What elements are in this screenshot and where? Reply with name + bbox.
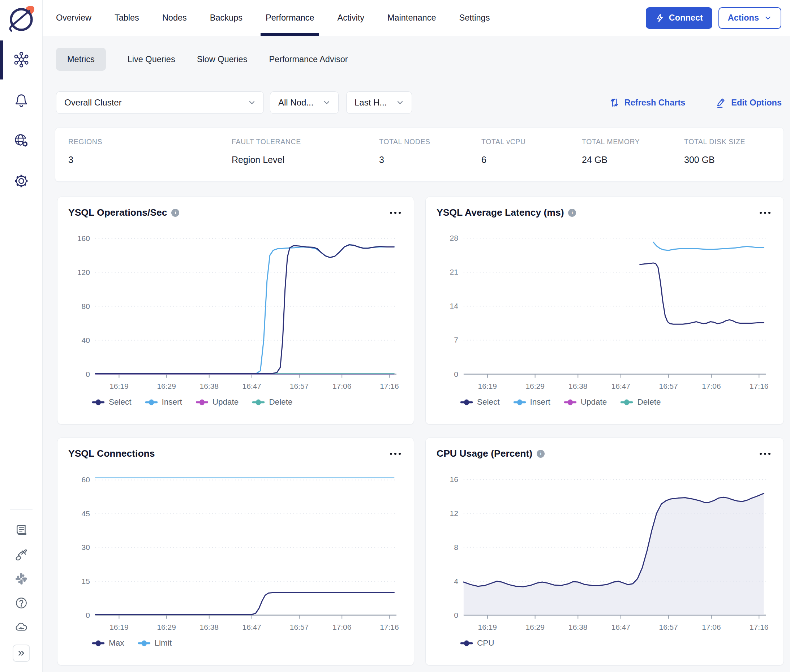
chart-menu-button[interactable] [758,451,772,457]
chart-menu-button[interactable] [758,210,772,216]
svg-text:12: 12 [450,509,458,517]
tab-tables[interactable]: Tables [115,0,139,36]
svg-text:0: 0 [454,370,458,378]
chart-card-ysql-operations: YSQL Operations/Sec i 0408012016016:1916… [57,197,414,424]
svg-text:40: 40 [82,336,90,344]
connect-button[interactable]: Connect [646,7,712,29]
legend-label: Select [109,397,131,407]
cluster-tabs: Overview Tables Nodes Backups Performanc… [56,0,490,36]
help-icon[interactable] [14,596,28,610]
subtab-performance-advisor[interactable]: Performance Advisor [269,54,348,64]
chart-plot: 048121616:1916:2916:3816:4716:5717:0617:… [437,466,772,635]
svg-text:16:29: 16:29 [526,382,544,390]
edit-options-link[interactable]: Edit Options [716,97,782,108]
chevron-down-icon [396,98,404,107]
chart-plot: 01530456016:1916:2916:3816:4716:5717:061… [68,466,403,635]
actions-button[interactable]: Actions [718,7,781,29]
svg-text:120: 120 [77,268,90,277]
sidebar-active-indicator [0,40,3,80]
legend-item-insert[interactable]: Insert [145,397,182,407]
svg-text:16:47: 16:47 [612,623,630,631]
chart-menu-button[interactable] [388,451,403,457]
svg-text:60: 60 [82,475,90,484]
svg-text:16:57: 16:57 [659,382,678,390]
chart-title: YSQL Operations/Sec [68,207,167,218]
legend-item-select[interactable]: Select [460,397,500,407]
legend-marker-icon [92,640,104,646]
legend-item-update[interactable]: Update [196,397,239,407]
time-range-select[interactable]: Last H... [346,91,412,114]
subtab-slow-queries[interactable]: Slow Queries [197,54,248,64]
nodes-select[interactable]: All Nod... [270,91,339,114]
svg-text:16:38: 16:38 [569,623,587,631]
legend-marker-icon [620,399,633,405]
legend-item-max[interactable]: Max [92,638,124,648]
stat-total-nodes: TOTAL NODES 3 [379,138,481,171]
alerts-bell-icon[interactable] [13,92,30,109]
svg-text:16:19: 16:19 [478,623,497,631]
info-icon[interactable]: i [537,450,545,458]
tab-performance[interactable]: Performance [266,0,314,36]
legend-item-limit[interactable]: Limit [138,638,172,648]
tab-maintenance[interactable]: Maintenance [388,0,436,36]
admin-gear-icon[interactable] [13,173,30,189]
svg-text:16:38: 16:38 [200,382,219,390]
network-settings-globe-icon[interactable] [13,132,30,149]
svg-text:4: 4 [454,577,458,585]
chart-card-ysql-latency: YSQL Average Latency (ms) i 0714212816:1… [425,197,784,424]
app-root: Overview Tables Nodes Backups Performanc… [0,0,790,672]
tab-activity[interactable]: Activity [337,0,364,36]
svg-text:17:16: 17:16 [750,623,768,631]
svg-text:17:16: 17:16 [380,623,399,631]
legend-label: Update [213,397,239,407]
subtab-metrics[interactable]: Metrics [56,48,106,71]
stat-regions: REGIONS 3 [68,138,232,171]
svg-text:16:57: 16:57 [659,623,678,631]
svg-text:45: 45 [82,509,90,518]
svg-text:17:06: 17:06 [702,382,721,390]
legend-item-delete[interactable]: Delete [620,397,661,407]
legend-marker-icon [460,399,473,405]
svg-text:15: 15 [82,577,90,585]
cloud-status-icon[interactable] [14,620,28,634]
legend-item-update[interactable]: Update [564,397,607,407]
cluster-scope-select[interactable]: Overall Cluster [56,91,264,114]
legend-label: Insert [530,397,550,407]
info-icon[interactable]: i [171,209,179,217]
tab-settings[interactable]: Settings [459,0,490,36]
yugabyte-logo [5,3,38,36]
svg-text:16:19: 16:19 [109,382,128,390]
legend-item-insert[interactable]: Insert [514,397,550,407]
svg-text:0: 0 [454,611,458,619]
subtab-live-queries[interactable]: Live Queries [128,54,175,64]
info-icon[interactable]: i [568,209,576,217]
svg-text:16:19: 16:19 [478,382,497,390]
svg-text:16:57: 16:57 [290,623,309,631]
tab-backups[interactable]: Backups [210,0,242,36]
integrations-plug-icon[interactable] [14,548,28,562]
chart-title: CPU Usage (Percent) [437,448,532,459]
legend-item-cpu[interactable]: CPU [460,638,494,648]
cluster-summary-bar: REGIONS 3 FAULT TOLERANCE Region Level T… [55,128,784,182]
refresh-charts-link[interactable]: Refresh Charts [609,97,685,108]
svg-text:17:16: 17:16 [750,382,768,390]
chart-legend: MaxLimit [92,638,403,648]
chart-plot: 0408012016016:1916:2916:3816:4716:5717:0… [68,225,403,395]
chart-menu-button[interactable] [388,210,403,216]
svg-text:16:47: 16:47 [242,382,261,390]
legend-item-delete[interactable]: Delete [252,397,292,407]
legend-label: Update [581,397,607,407]
legend-label: Insert [162,397,182,407]
sidebar-expand-button[interactable] [13,645,30,662]
docs-book-icon[interactable] [14,523,28,537]
svg-text:16:38: 16:38 [200,623,219,631]
cluster-topnav: Overview Tables Nodes Backups Performanc… [43,0,790,36]
tab-nodes[interactable]: Nodes [162,0,187,36]
svg-text:7: 7 [454,336,458,344]
tab-overview[interactable]: Overview [56,0,91,36]
slack-icon[interactable] [14,572,28,586]
clusters-icon[interactable] [13,51,30,68]
svg-text:16:29: 16:29 [157,382,176,390]
legend-item-select[interactable]: Select [92,397,131,407]
chevron-down-icon [764,14,772,22]
